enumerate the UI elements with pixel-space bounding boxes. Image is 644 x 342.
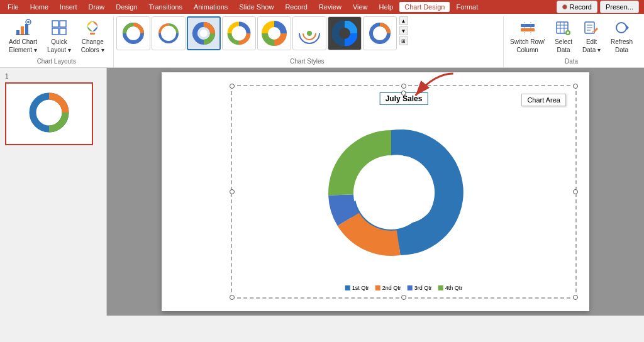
chart-layouts-group-label: Chart Layouts [5, 57, 108, 67]
menu-chart-design[interactable]: Chart Design [399, 2, 450, 12]
handle-bottom-center[interactable] [401, 295, 406, 300]
chart-style-2[interactable] [152, 16, 186, 50]
svg-rect-10 [60, 28, 66, 35]
top-right-buttons: Record Presen... [557, 1, 642, 13]
slide-panel: 1 [0, 68, 107, 316]
menu-insert[interactable]: Insert [55, 2, 82, 12]
handle-top-right[interactable] [573, 84, 578, 89]
svg-marker-47 [626, 25, 629, 30]
chart-style-4-icon [226, 21, 252, 46]
chart-style-4[interactable] [222, 16, 256, 50]
menu-view[interactable]: View [348, 2, 373, 12]
svg-point-29 [377, 30, 383, 36]
gallery-scroll: ▲ ▼ ⊞ [399, 16, 408, 45]
chart-styles-group-label: Chart Styles [116, 57, 499, 67]
slide-canvas[interactable]: July Sales [162, 72, 589, 311]
menu-format[interactable]: Format [451, 2, 483, 12]
quick-layout-button[interactable]: QuickLayout ▾ [43, 16, 75, 57]
gallery-scroll-up-button[interactable]: ▲ [399, 16, 408, 25]
switch-row-column-icon [519, 19, 536, 36]
chart-style-8[interactable] [363, 16, 397, 50]
change-colors-icon [84, 19, 101, 36]
data-group-items: Switch Row/Column SelectData [506, 16, 636, 57]
svg-point-15 [130, 30, 137, 37]
add-chart-icon [14, 19, 32, 36]
slide-number: 1 [5, 73, 101, 80]
add-chart-element-button[interactable]: Add ChartElement ▾ [5, 16, 41, 57]
donut-hole [355, 157, 428, 229]
donut-chart-main [265, 108, 517, 278]
svg-rect-8 [60, 21, 66, 27]
legend-1st-qtr-dot [345, 285, 350, 290]
chart-area-tooltip: Chart Area [521, 94, 566, 106]
menu-review[interactable]: Review [314, 2, 347, 12]
select-data-button[interactable]: SelectData [551, 16, 576, 57]
slide-thumbnail[interactable] [5, 82, 93, 145]
chart-style-8-icon [367, 21, 392, 46]
edit-data-label: EditData ▾ [582, 38, 601, 54]
ribbon-group-chart-layouts: Add ChartElement ▾ QuickLayout ▾ [3, 16, 114, 67]
thumbnail-chart-icon [11, 89, 87, 139]
svg-rect-1 [21, 26, 24, 35]
menu-design[interactable]: Design [111, 2, 142, 12]
red-arrow-icon [402, 68, 465, 105]
chart-style-6[interactable] [292, 16, 326, 50]
handle-bottom-right[interactable] [573, 295, 578, 300]
legend-2nd-qtr-label: 2nd Qtr [382, 285, 401, 291]
handle-bottom-left[interactable] [230, 295, 235, 300]
menu-animations[interactable]: Animations [189, 2, 233, 12]
chart-style-1[interactable] [116, 16, 150, 50]
quick-layout-label: QuickLayout ▾ [47, 38, 71, 54]
menu-file[interactable]: File [3, 2, 24, 12]
menu-transitions[interactable]: Transitions [144, 2, 187, 12]
ribbon-content: Add ChartElement ▾ QuickLayout ▾ [0, 14, 644, 67]
slide-canvas-area: July Sales [107, 68, 644, 316]
gallery-expand-button[interactable]: ⊞ [399, 36, 408, 45]
gallery-scroll-down-button[interactable]: ▼ [399, 26, 408, 35]
svg-point-12 [91, 25, 94, 28]
svg-rect-0 [16, 30, 19, 35]
switch-row-column-button[interactable]: Switch Row/Column [506, 16, 548, 57]
switch-row-column-label: Switch Row/Column [510, 38, 545, 54]
present-button[interactable]: Presen... [600, 1, 639, 13]
chart-style-7[interactable] [328, 16, 362, 50]
legend-1st-qtr: 1st Qtr [345, 285, 369, 291]
chart-container[interactable]: July Sales [231, 85, 577, 299]
svg-point-22 [235, 30, 243, 37]
svg-point-19 [164, 29, 173, 38]
refresh-data-button[interactable]: RefreshData [607, 16, 636, 57]
chart-style-5-icon [262, 21, 287, 46]
chart-style-7-icon [332, 21, 357, 46]
svg-rect-13 [90, 33, 95, 35]
menu-home[interactable]: Home [25, 2, 53, 12]
ribbon: Add ChartElement ▾ QuickLayout ▾ [0, 14, 644, 68]
workspace: 1 [0, 68, 644, 316]
chart-styles-gallery [116, 16, 397, 50]
svg-rect-30 [521, 24, 535, 27]
legend-2nd-qtr-dot [375, 285, 380, 290]
ribbon-group-data: Switch Row/Column SelectData [504, 16, 641, 67]
chart-style-3-icon [191, 21, 216, 46]
change-colors-button[interactable]: ChangeColors ▾ [77, 16, 108, 57]
red-arrow [402, 68, 465, 106]
chart-style-3[interactable] [187, 16, 221, 50]
edit-data-button[interactable]: EditData ▾ [579, 16, 604, 57]
handle-mid-left[interactable] [230, 189, 235, 194]
menu-help[interactable]: Help [374, 2, 399, 12]
chart-style-5[interactable] [257, 16, 291, 50]
svg-point-49 [42, 105, 57, 120]
menu-record[interactable]: Record [280, 2, 312, 12]
refresh-data-label: RefreshData [611, 38, 633, 54]
menu-slideshow[interactable]: Slide Show [234, 2, 279, 12]
legend-4th-qtr: 4th Qtr [438, 285, 463, 291]
legend-3rd-qtr-label: 3rd Qtr [414, 285, 432, 291]
menu-draw[interactable]: Draw [84, 2, 110, 12]
handle-mid-right[interactable] [573, 189, 578, 194]
refresh-data-icon [613, 19, 630, 36]
chart-styles-items: ▲ ▼ ⊞ [116, 16, 499, 57]
record-button[interactable]: Record [557, 1, 597, 13]
handle-top-left[interactable] [230, 84, 235, 89]
legend-1st-qtr-label: 1st Qtr [352, 285, 369, 291]
record-label: Record [570, 3, 592, 11]
legend-3rd-qtr-dot [408, 285, 413, 290]
